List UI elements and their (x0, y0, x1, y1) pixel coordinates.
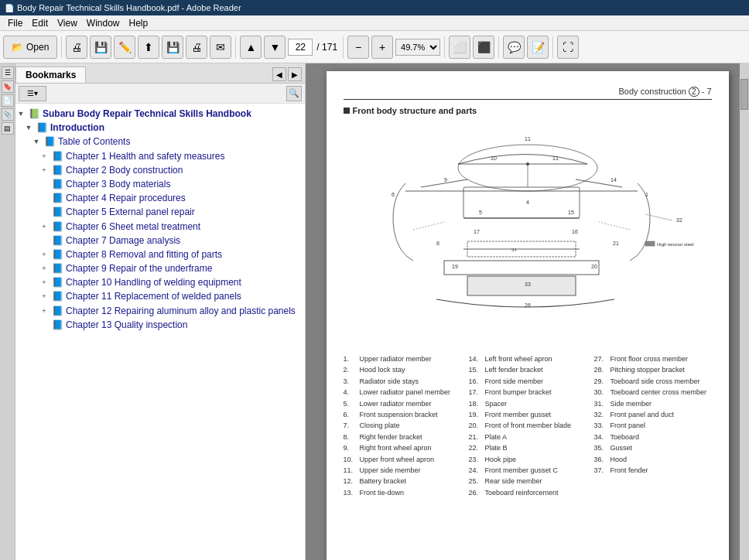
part-name: Front bumper bracket (485, 387, 552, 398)
bookmark-search-button[interactable]: 🔍 (286, 86, 302, 101)
annotate-button[interactable]: 💬 (503, 36, 525, 59)
part-number: 34. (594, 432, 608, 442)
page-total: / 171 (316, 42, 337, 53)
part-number: 37. (594, 465, 608, 476)
tree-ch4[interactable]: + 📘 Chapter 4 Repair procedures (15, 191, 305, 205)
menu-file[interactable]: File (3, 17, 27, 29)
upload-button[interactable]: ⬆ (138, 36, 159, 59)
part-name: Front panel and duct (610, 409, 675, 420)
bookmarks-tab[interactable]: Bookmarks (15, 67, 86, 83)
svg-text:High tension steel: High tension steel (657, 242, 694, 247)
part-name: Upper side member (360, 465, 421, 476)
fullscreen-button[interactable]: ⛶ (557, 36, 579, 59)
ch13-label: Chapter 13 Quality inspection (66, 319, 190, 331)
tree-ch5[interactable]: + 📘 Chapter 5 External panel repair (15, 205, 305, 219)
page-input[interactable] (288, 39, 313, 56)
tree-ch10[interactable]: + 📘 Chapter 10 Handling of welding equip… (15, 275, 305, 289)
collapse-panel-button[interactable]: ◀ (272, 67, 286, 81)
next-page-button[interactable]: ▼ (264, 36, 286, 59)
menu-help[interactable]: Help (125, 17, 153, 29)
ch9-book-icon: 📘 (52, 263, 63, 274)
tree-ch1[interactable]: + 📘 Chapter 1 Health and safety measures (15, 149, 305, 163)
prev-page-button[interactable]: ▲ (240, 36, 262, 59)
ch7-label: Chapter 7 Damage analysis (66, 234, 183, 247)
intro-label: Introduction (50, 121, 108, 134)
tree-toc[interactable]: ▼ 📘 Table of Contents (15, 135, 305, 149)
ch4-label: Chapter 4 Repair procedures (66, 192, 189, 204)
ch11-expand-icon[interactable]: + (39, 291, 50, 302)
pages-strip-icon[interactable]: 📄 (2, 94, 14, 107)
tree-intro[interactable]: ▼ 📘 Introduction (15, 121, 305, 135)
email-button[interactable]: ✉ (210, 36, 231, 59)
fit-width-button[interactable]: ⬛ (473, 36, 494, 59)
svg-text:20: 20 (591, 264, 597, 269)
open-button[interactable]: 📂 Open (3, 36, 57, 59)
intro-collapse-icon[interactable]: ▼ (23, 122, 34, 133)
tree-ch3[interactable]: + 📘 Chapter 3 Body materials (15, 177, 305, 191)
list-item: 17.Front bumper bracket (469, 387, 587, 398)
part-number: 36. (594, 454, 608, 465)
list-item: 16.Front side member (469, 376, 587, 387)
menu-window[interactable]: Window (82, 17, 125, 29)
part-number: 12. (344, 476, 357, 487)
tree-ch9[interactable]: + 📘 Chapter 9 Repair of the underframe (15, 261, 305, 275)
root-collapse-icon[interactable]: ▼ (15, 108, 26, 119)
tree-ch13[interactable]: + 📘 Chapter 13 Quality inspection (15, 318, 305, 332)
list-item: 20.Front of front member blade (469, 420, 587, 431)
layers-strip-icon[interactable]: ▤ (2, 122, 14, 135)
parts-list: 1.Upper radiator member2.Hood lock stay3… (344, 353, 712, 498)
sign-button[interactable]: 📝 (527, 36, 549, 59)
list-item: 21.Plate A (469, 432, 587, 442)
floppy-button[interactable]: 💾 (162, 36, 183, 59)
toc-expand-icon[interactable]: ▼ (31, 136, 42, 147)
part-name: Plate B (485, 442, 508, 453)
document-area: Body construction 2 - 7 Front body struc… (306, 63, 749, 560)
svg-text:1: 1 (645, 192, 648, 197)
save-button[interactable]: 💾 (90, 36, 111, 59)
ch10-expand-icon[interactable]: + (39, 277, 50, 288)
tree-ch6[interactable]: + 📘 Chapter 6 Sheet metal treatment (15, 220, 305, 234)
part-number: 10. (344, 454, 357, 465)
tree-ch8[interactable]: + 📘 Chapter 8 Removal and fitting of par… (15, 248, 305, 261)
edit-button[interactable]: ✏️ (114, 36, 135, 59)
list-item: 29.Toeboard side cross member (594, 376, 712, 387)
bookmark-strip-icon[interactable]: 🔖 (2, 80, 14, 93)
list-item: 8.Right fender bracket (344, 432, 461, 442)
page-header: Body construction 2 - 7 (344, 87, 712, 100)
hand-tool-icon[interactable]: ☰ (2, 67, 14, 79)
expand-panel-button[interactable]: ▶ (288, 67, 302, 81)
menu-edit[interactable]: Edit (27, 17, 53, 29)
zoom-out-button[interactable]: − (347, 36, 369, 59)
new-bookmark-button[interactable]: ☰▾ (19, 86, 46, 101)
fit-page-button[interactable]: ⬜ (449, 36, 470, 59)
right-scrollbar[interactable] (740, 63, 749, 560)
tree-ch12[interactable]: + 📘 Chapter 12 Repairing aluminum alloy … (15, 304, 305, 318)
menu-view[interactable]: View (53, 17, 82, 29)
part-number: 25. (469, 476, 483, 487)
list-item: 27.Front floor cross member (594, 353, 712, 364)
folder-icon: 📂 (12, 42, 23, 53)
ch1-expand-icon[interactable]: + (39, 151, 50, 162)
part-name: Gusset (610, 442, 633, 453)
ch12-expand-icon[interactable]: + (39, 306, 50, 316)
ch7-book-icon: 📘 (52, 235, 63, 246)
ch6-expand-icon[interactable]: + (39, 221, 50, 232)
tree-ch11[interactable]: + 📘 Chapter 11 Replacement of welded pan… (15, 289, 305, 303)
tree-ch7[interactable]: + 📘 Chapter 7 Damage analysis (15, 234, 305, 248)
part-number: 11. (344, 465, 357, 476)
ch9-expand-icon[interactable]: + (39, 263, 50, 274)
zoom-select[interactable]: 49.7% (395, 39, 440, 56)
print2-button[interactable]: 🖨 (186, 36, 207, 59)
ch5-label: Chapter 5 External panel repair (66, 206, 198, 218)
ch2-expand-icon[interactable]: + (39, 165, 50, 176)
scroll-thumb[interactable] (740, 79, 748, 110)
tree-ch2[interactable]: + 📘 Chapter 2 Body construction (15, 163, 305, 177)
print-button[interactable]: 🖨 (66, 36, 87, 59)
ch8-expand-icon[interactable]: + (39, 249, 50, 260)
part-name: Right front wheel apron (360, 442, 432, 453)
tree-root[interactable]: ▼ 📗 Subaru Body Repair Technical Skills … (15, 107, 305, 121)
list-item: 33.Front panel (594, 420, 712, 431)
attach-strip-icon[interactable]: 📎 (2, 108, 14, 121)
zoom-in-button[interactable]: + (371, 36, 393, 59)
intro-book-icon: 📘 (36, 122, 48, 133)
